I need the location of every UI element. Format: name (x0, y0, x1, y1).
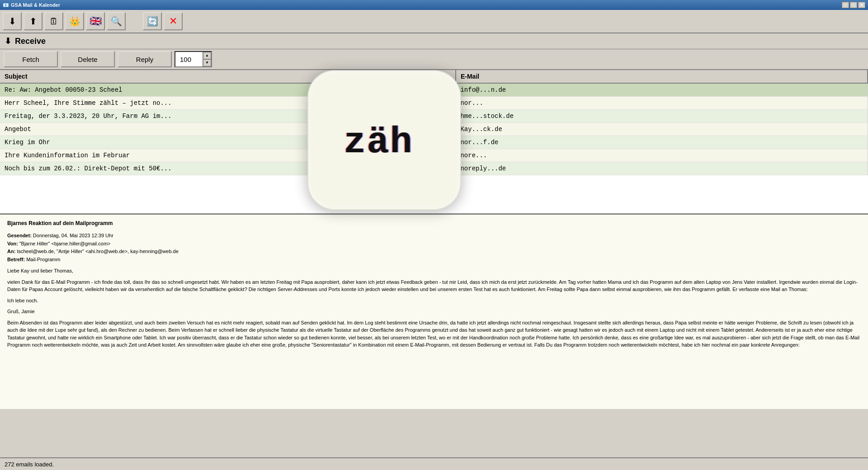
calendar-toolbar-btn[interactable]: 🗓 (44, 12, 63, 30)
delete-button[interactable]: Delete (61, 51, 115, 67)
preview-meta: Gesendet: Donnerstag, 04. Mai 2023 12:39… (7, 232, 861, 263)
titlebar: 📧 GSA Mail & Kalender − □ ✕ (0, 0, 868, 10)
preview-paragraph: Liebe Kay und lieber Thomas, (7, 267, 861, 275)
maximize-button[interactable]: □ (850, 2, 857, 8)
titlebar-controls: − □ ✕ (842, 2, 865, 8)
spinner-buttons: ▲ ▼ (203, 52, 211, 66)
upload-toolbar-btn[interactable]: ⬆ (24, 12, 42, 30)
email-cell: noreply...de (456, 162, 868, 175)
sent-value: Donnerstag, 04. Mai 2023 12:39 Uhr (33, 233, 113, 238)
email-cell: nore... (456, 149, 868, 162)
toolbar: ⬇ ⬆ 🗓 👑 🇬🇧 🔍 🔄 ✕ (0, 10, 868, 33)
minimize-button[interactable]: − (842, 2, 849, 8)
status-bar: 272 emails loaded. (0, 457, 868, 470)
magnifier-text-main: zäh (344, 122, 413, 164)
refresh-toolbar-btn[interactable]: 🔄 (143, 12, 162, 30)
contacts-toolbar-btn[interactable]: 👑 (65, 12, 84, 30)
to-value: tscheel@web.de, "Antje Hiller" <ahi.hro@… (17, 249, 178, 254)
receive-icon: ⬇ (5, 36, 11, 46)
preview-paragraph: Gruß, Jamie (7, 308, 861, 315)
spin-up-button[interactable]: ▲ (203, 52, 211, 59)
preview-paragraph: vielen Dank für das E-Mail Programm - ic… (7, 278, 861, 293)
fetch-button[interactable]: Fetch (4, 51, 58, 67)
magnifier-overlay: zäh zäh zäh (307, 70, 461, 210)
email-cell: nor...f.de (456, 136, 868, 149)
count-input[interactable] (175, 52, 203, 66)
reply-button[interactable]: Reply (118, 51, 172, 67)
search-toolbar-btn[interactable]: 🔍 (107, 12, 126, 30)
close-toolbar-btn[interactable]: ✕ (164, 12, 183, 30)
to-label: An: (7, 249, 15, 254)
preview-title: Bjarnes Reaktion auf dein Mailprogramm (7, 219, 861, 227)
email-cell: Kay...ck.de (456, 123, 868, 136)
window-close-button[interactable]: ✕ (858, 2, 865, 8)
app-title: GSA Mail & Kalender (11, 2, 60, 8)
language-toolbar-btn[interactable]: 🇬🇧 (86, 12, 105, 30)
from-label: Von: (7, 241, 18, 246)
preview-pane: Bjarnes Reaktion auf dein Mailprogramm G… (0, 215, 868, 409)
section-header: ⬇ Receive (0, 33, 868, 49)
titlebar-title-area: 📧 GSA Mail & Kalender (3, 2, 60, 8)
app-icon: 📧 (3, 2, 9, 8)
from-value: "Bjarne Hiller" <bjarne.hiller@gmail.com… (19, 241, 111, 246)
preview-paragraph: Beim Absenden ist das Programm aber leid… (7, 319, 861, 349)
spin-down-button[interactable]: ▼ (203, 59, 211, 66)
email-cell: nor... (456, 97, 868, 110)
count-input-wrap: ▲ ▼ (175, 51, 212, 67)
preview-paragraph: Ich lebe noch. (7, 297, 861, 305)
email-column-header: E-Mail (456, 70, 868, 83)
status-text: 272 emails loaded. (5, 461, 54, 468)
sent-label: Gesendet: (7, 233, 32, 238)
email-cell: info@...n.de (456, 83, 868, 97)
betreff-value: Mail-Programm (26, 257, 60, 262)
action-bar: Fetch Delete Reply ▲ ▼ (0, 49, 868, 70)
download-toolbar-btn[interactable]: ⬇ (3, 12, 22, 30)
preview-body: Liebe Kay und lieber Thomas,vielen Dank … (7, 267, 861, 349)
email-cell: hme...stock.de (456, 110, 868, 123)
section-title: Receive (15, 37, 46, 46)
subject-label: Betreff: (7, 257, 25, 262)
